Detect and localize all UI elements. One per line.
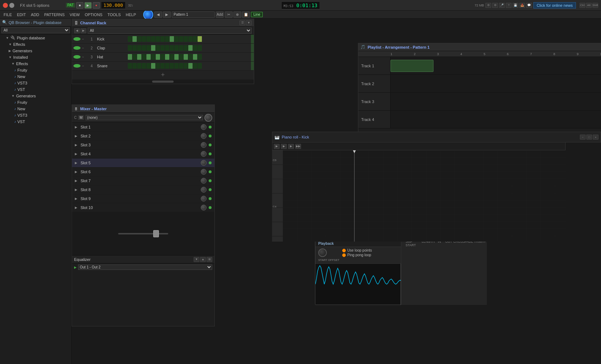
- pad-2-15[interactable]: [193, 45, 197, 51]
- track-block-1[interactable]: [391, 60, 433, 72]
- track-content-4[interactable]: [391, 111, 601, 128]
- ch-vol-clap[interactable]: [251, 44, 254, 52]
- pad-1-10[interactable]: [170, 36, 174, 42]
- ch-led-kick[interactable]: [73, 37, 81, 41]
- pad-4-14[interactable]: [188, 63, 193, 69]
- menu-options[interactable]: OPTIONS: [83, 12, 105, 18]
- pad-1-1[interactable]: [128, 36, 132, 42]
- pad-4-1[interactable]: [128, 63, 132, 69]
- menu-add[interactable]: ADD: [29, 12, 41, 18]
- pad-4-16[interactable]: [198, 63, 202, 69]
- pad-4-4[interactable]: [142, 63, 146, 69]
- record-button[interactable]: ●: [93, 2, 100, 9]
- pr-min[interactable]: −: [580, 135, 586, 140]
- logo-button[interactable]: [143, 10, 153, 20]
- pad-3-16[interactable]: [198, 54, 202, 60]
- slot-knob-7[interactable]: [201, 178, 207, 184]
- pr-play[interactable]: ▶: [274, 144, 280, 149]
- ch-vol-snare[interactable]: [251, 62, 254, 70]
- ch-led-hat[interactable]: [73, 55, 81, 59]
- toolbar-btn-2[interactable]: ▶: [163, 11, 171, 18]
- slot-led-6[interactable]: [209, 170, 212, 173]
- cr-menu-icon[interactable]: ☰: [239, 20, 245, 25]
- menu-view[interactable]: VIEW: [68, 12, 82, 18]
- pad-4-15[interactable]: [193, 63, 197, 69]
- slot-knob-5[interactable]: [201, 160, 207, 166]
- pad-2-11[interactable]: [174, 45, 179, 51]
- pad-2-4[interactable]: [142, 45, 146, 51]
- pad-1-6[interactable]: [151, 36, 155, 42]
- pad-1-9[interactable]: [165, 36, 169, 42]
- track-content-3[interactable]: [391, 93, 601, 110]
- mixer-none-select[interactable]: (none): [86, 115, 203, 120]
- pad-3-10[interactable]: [170, 54, 174, 60]
- slot-led-2[interactable]: [209, 135, 212, 137]
- slot-led-4[interactable]: [209, 152, 212, 155]
- ch-vol-kick[interactable]: [251, 35, 254, 43]
- pad-2-10[interactable]: [170, 45, 174, 51]
- pr-play3[interactable]: ▶: [288, 144, 294, 149]
- pad-3-5[interactable]: [146, 54, 151, 60]
- pad-2-12[interactable]: [179, 45, 183, 51]
- slot-knob-1[interactable]: [201, 124, 207, 130]
- pad-2-14[interactable]: [188, 45, 193, 51]
- pad-2-3[interactable]: [137, 45, 141, 51]
- cpu-icon[interactable]: ⚙: [485, 3, 491, 8]
- slot-led-9[interactable]: [209, 197, 212, 200]
- sidebar-item-vst3-gen[interactable]: ♪ VST3: [0, 112, 71, 118]
- slot-knob-3[interactable]: [201, 142, 207, 148]
- sidebar-item-new-effects[interactable]: ♪ New: [0, 73, 71, 80]
- slot-led-5[interactable]: [209, 161, 212, 164]
- pad-1-11[interactable]: [174, 36, 179, 42]
- sidebar-item-generators[interactable]: ▶ Generators: [0, 48, 71, 54]
- pad-3-6[interactable]: [151, 54, 155, 60]
- fader-thumb[interactable]: [153, 230, 159, 237]
- slot-knob-8[interactable]: [201, 187, 207, 193]
- track-content-2[interactable]: [391, 75, 601, 92]
- pad-4-6[interactable]: [151, 63, 155, 69]
- pad-1-4[interactable]: [142, 36, 146, 42]
- pad-3-15[interactable]: [193, 54, 197, 60]
- add-channel-button[interactable]: +: [72, 71, 254, 79]
- bpm-display[interactable]: 130.000: [101, 1, 126, 9]
- pad-3-9[interactable]: [165, 54, 169, 60]
- sidebar-item-plugin-database[interactable]: ▼ 🔌 Plugin database: [0, 34, 71, 41]
- slot-knob-10[interactable]: [201, 205, 207, 210]
- menu-help[interactable]: HELP: [123, 12, 138, 18]
- sidebar-item-generators-installed[interactable]: ▼ Generators: [0, 93, 71, 99]
- pr-max[interactable]: □: [586, 135, 592, 140]
- tb-copy[interactable]: ⊕: [233, 11, 241, 18]
- pad-1-15[interactable]: [193, 36, 197, 42]
- pad-3-14[interactable]: [188, 54, 193, 60]
- chat-icon[interactable]: 💬: [526, 3, 532, 8]
- pad-4-8[interactable]: [160, 63, 165, 69]
- cr-prev[interactable]: ◀: [74, 28, 80, 33]
- cr-next[interactable]: ▶: [81, 28, 86, 33]
- toolbar-btn-1[interactable]: ◀: [154, 11, 162, 18]
- sidebar-item-fruity-effects[interactable]: ♪ Fruity: [0, 67, 71, 73]
- ping-pong-radio[interactable]: [342, 253, 346, 257]
- stop-button[interactable]: ■: [76, 2, 83, 9]
- settings-icon[interactable]: ⚙: [492, 3, 498, 8]
- pr-play2[interactable]: ▶: [281, 144, 287, 149]
- help-icon[interactable]: ?: [506, 3, 512, 8]
- start-offset-knob[interactable]: [318, 248, 327, 257]
- pad-1-14[interactable]: [188, 36, 193, 42]
- track-content-1[interactable]: [391, 57, 601, 74]
- sidebar-item-vst-effects[interactable]: ♪ VST: [0, 86, 71, 93]
- pad-1-8[interactable]: [160, 36, 165, 42]
- pad-4-7[interactable]: [156, 63, 160, 69]
- pad-2-9[interactable]: [165, 45, 169, 51]
- slot-led-3[interactable]: [209, 144, 212, 146]
- menu-patterns[interactable]: PATTERNS: [42, 12, 67, 18]
- ch-vol-hat[interactable]: [251, 53, 254, 61]
- slot-knob-6[interactable]: [201, 169, 207, 175]
- pr-rec[interactable]: ▶▶: [295, 144, 301, 149]
- slot-knob-4[interactable]: [201, 151, 207, 157]
- line-mode[interactable]: Line: [251, 12, 263, 17]
- pad-4-11[interactable]: [174, 63, 179, 69]
- sidebar-item-vst-gen[interactable]: ♪ VST: [0, 118, 71, 125]
- mic-icon[interactable]: 🎤: [499, 3, 505, 8]
- ch-led-snare[interactable]: [73, 64, 81, 68]
- slot-led-1[interactable]: [209, 126, 212, 128]
